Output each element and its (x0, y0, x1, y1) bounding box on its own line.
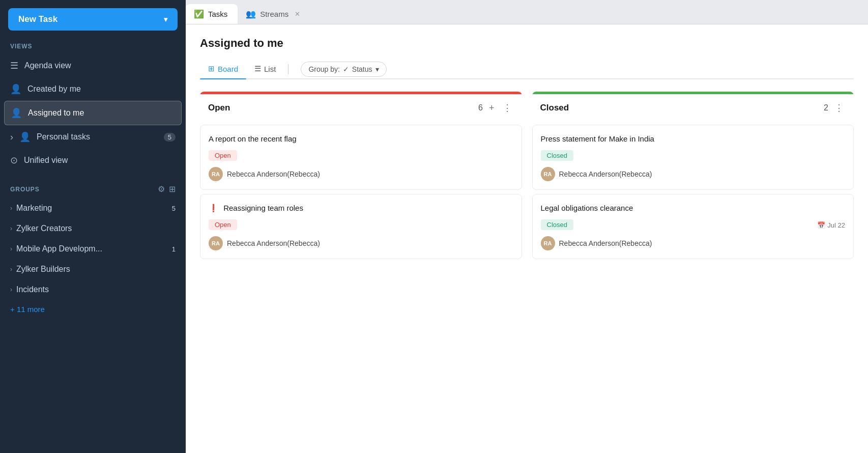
assignee: RA Rebecca Anderson(Rebecca) (541, 236, 652, 250)
chevron-right-icon: › (10, 286, 12, 293)
column-header: Closed 2 ⋮ (532, 94, 854, 121)
status-badge: Closed (541, 219, 573, 230)
page-title: Assigned to me (200, 37, 854, 50)
card-title: ❗ Reassigning team roles (209, 203, 513, 213)
person-icon: 👤 (19, 131, 31, 143)
groups-list: › Marketing 5 › Zylker Creators › Mobile… (0, 198, 186, 300)
assignee-name: Rebecca Anderson(Rebecca) (559, 239, 652, 247)
sidebar: New Task ▾ VIEWS ☰ Agenda view 👤 Created… (0, 0, 186, 453)
add-group-icon[interactable]: ⊞ (169, 184, 176, 194)
group-by-label: Group by: (308, 65, 339, 73)
board: Open 6 + ⋮ A report on the recent flag O… (200, 92, 854, 263)
board-icon: ⊞ (208, 64, 215, 73)
board-view-button[interactable]: ⊞ Board (200, 60, 246, 78)
main-content: ✅ Tasks 👥 Streams ✕ Assigned to me ⊞ Boa… (186, 0, 868, 453)
group-item-label: Zylker Builders (16, 265, 70, 274)
task-card[interactable]: A report on the recent flag Open RA Rebe… (200, 125, 522, 190)
sidebar-item-agenda-view[interactable]: ☰ Agenda view (0, 54, 186, 77)
list-icon: ☰ (254, 64, 261, 73)
close-tab-icon[interactable]: ✕ (295, 10, 300, 18)
tab-streams[interactable]: 👥 Streams ✕ (238, 4, 310, 24)
view-controls: ⊞ Board ☰ List Group by: ✓ Status ▾ (200, 60, 854, 79)
card-footer: RA Rebecca Anderson(Rebecca) (209, 236, 513, 250)
group-by-dropdown[interactable]: Group by: ✓ Status ▾ (301, 62, 386, 77)
chevron-right-icon: › (10, 266, 12, 273)
sidebar-group-item[interactable]: › Incidents (0, 279, 186, 300)
streams-tab-icon: 👥 (246, 9, 256, 19)
card-footer: RA Rebecca Anderson(Rebecca) (541, 167, 846, 181)
sidebar-item-assigned-to-me[interactable]: 👤 Assigned to me (4, 101, 182, 125)
assignee: RA Rebecca Anderson(Rebecca) (209, 167, 320, 181)
card-title: Press statement for Make in India (541, 133, 846, 144)
tabs-bar: ✅ Tasks 👥 Streams ✕ (186, 0, 868, 24)
group-item-label: Marketing (16, 204, 52, 213)
column-menu-icon[interactable]: ⋮ (832, 101, 846, 115)
sidebar-group-item[interactable]: › Marketing 5 (0, 198, 186, 218)
groups-label: GROUPS (10, 186, 40, 193)
list-view-button[interactable]: ☰ List (246, 60, 284, 78)
avatar: RA (209, 167, 223, 181)
personal-tasks-badge: 5 (164, 133, 176, 141)
groups-header: GROUPS ⚙ ⊞ (0, 184, 186, 198)
person-add-icon: 👤 (10, 83, 21, 95)
content-area: Assigned to me ⊞ Board ☰ List Group by: … (186, 24, 868, 453)
tab-tasks[interactable]: ✅ Tasks (186, 4, 238, 24)
view-divider (288, 64, 288, 74)
chevron-down-icon: ▾ (164, 15, 167, 23)
board-label: Board (218, 65, 238, 73)
sidebar-group-item[interactable]: › Zylker Creators (0, 218, 186, 239)
groups-actions: ⚙ ⊞ (158, 184, 176, 194)
task-card[interactable]: Legal obligations clearance Closed 📅Jul … (532, 194, 854, 259)
group-item-label: Zylker Creators (16, 224, 72, 233)
new-task-label: New Task (18, 14, 57, 24)
column-title: Closed (540, 103, 820, 113)
calendar-icon: 📅 (817, 221, 825, 229)
priority-icon: ❗ (209, 204, 218, 212)
sidebar-item-unified-view[interactable]: ⊙ Unified view (0, 149, 186, 172)
assignee-name: Rebecca Anderson(Rebecca) (227, 170, 320, 178)
chevron-right-icon: › (10, 132, 13, 143)
task-card[interactable]: ❗ Reassigning team roles Open RA Rebecca… (200, 194, 522, 259)
tab-tasks-label: Tasks (208, 10, 227, 18)
status-badge: Open (209, 150, 237, 161)
sidebar-item-label: Assigned to me (28, 108, 84, 118)
sidebar-group-item[interactable]: › Mobile App Developm... 1 (0, 239, 186, 259)
status-badge: Closed (541, 150, 573, 161)
settings-icon[interactable]: ⚙ (158, 184, 165, 194)
group-by-value: Status (352, 65, 372, 73)
tab-streams-label: Streams (260, 10, 288, 18)
group-item-label: Incidents (16, 285, 49, 294)
sidebar-item-label: Agenda view (24, 61, 71, 70)
due-date: 📅Jul 22 (817, 221, 845, 229)
chevron-right-icon: › (10, 245, 12, 252)
sidebar-item-created-by-me[interactable]: 👤 Created by me (0, 77, 186, 101)
column-menu-icon[interactable]: ⋮ (501, 101, 514, 115)
group-item-label: Mobile App Developm... (16, 244, 102, 253)
avatar: RA (541, 236, 555, 250)
group-badge: 1 (172, 245, 176, 253)
add-card-icon[interactable]: + (487, 102, 497, 115)
chevron-down-icon: ▾ (375, 65, 379, 73)
person-check-icon: 👤 (11, 107, 22, 119)
sidebar-item-label: Unified view (24, 156, 68, 165)
status-badge: Open (209, 219, 237, 230)
tasks-tab-icon: ✅ (194, 9, 204, 19)
sidebar-item-label: Personal tasks (37, 132, 90, 141)
chevron-right-icon: › (10, 205, 12, 212)
views-section-label: VIEWS (0, 43, 186, 54)
task-card[interactable]: Press statement for Make in India Closed… (532, 125, 854, 190)
new-task-button[interactable]: New Task ▾ (8, 8, 178, 31)
column-closed: Closed 2 ⋮ Press statement for Make in I… (532, 92, 854, 263)
card-title: Legal obligations clearance (541, 203, 846, 213)
sidebar-item-personal-tasks[interactable]: › 👤 Personal tasks 5 (0, 125, 186, 149)
card-footer: RA Rebecca Anderson(Rebecca) (209, 167, 513, 181)
assignee: RA Rebecca Anderson(Rebecca) (541, 167, 652, 181)
assignee-name: Rebecca Anderson(Rebecca) (559, 170, 652, 178)
more-groups-link[interactable]: + 11 more (0, 300, 186, 319)
column-header: Open 6 + ⋮ (200, 94, 522, 121)
column-title: Open (208, 103, 474, 113)
column-count: 6 (478, 103, 483, 112)
sidebar-group-item[interactable]: › Zylker Builders (0, 259, 186, 279)
group-badge: 5 (172, 205, 176, 212)
avatar: RA (541, 167, 555, 181)
